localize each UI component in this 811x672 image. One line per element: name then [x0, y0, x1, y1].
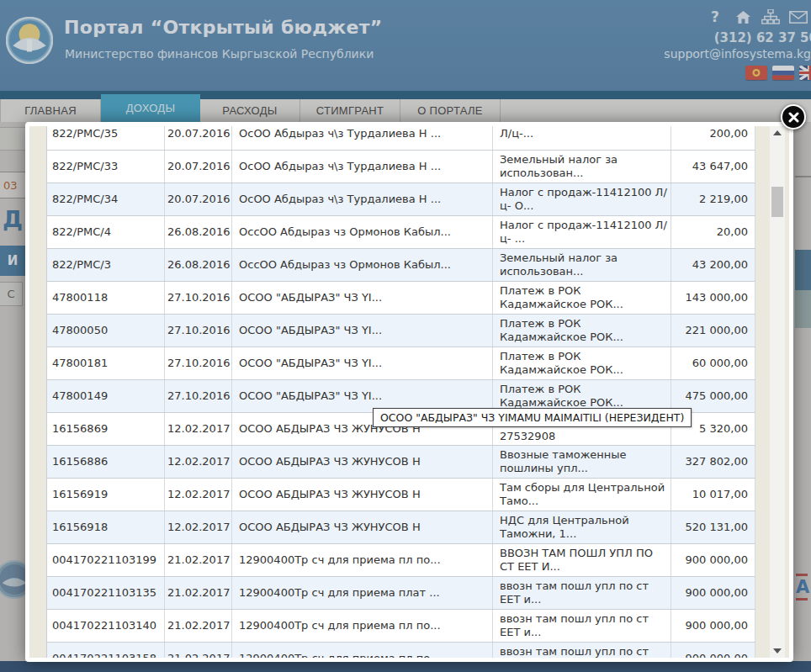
cell-doc-number: 47800149	[47, 380, 165, 412]
cell-doc-number: 47800050	[47, 315, 165, 347]
table-row[interactable]: 47800181 27.10.2016 ОСОО "АБДЫРАЗ" ЧЗ YI…	[47, 347, 755, 380]
cell-payer: 12900400Тр сч для приема плат ...	[232, 577, 493, 609]
cell-date: 12.02.2017	[165, 413, 232, 445]
cell-amount: 20,00	[671, 216, 755, 248]
cell-date: 12.02.2017	[165, 511, 232, 543]
cell-purpose: Налог с продаж-11412100 Л/ц- О...	[493, 183, 671, 215]
cell-amount: 10 017,00	[671, 479, 755, 511]
cell-amount: 200,00	[671, 126, 755, 150]
cell-doc-number: 822/РМС/4	[47, 216, 165, 248]
cell-date: 26.08.2016	[165, 249, 232, 281]
cell-purpose: Земельный налог за использован...	[493, 151, 671, 183]
cell-purpose: ввозн там пошл упл по ст ЕЕТ и...	[493, 643, 671, 658]
table-row[interactable]: 004170221103140 21.02.2017 12900400Тр сч…	[47, 610, 755, 643]
cell-date: 12.02.2017	[165, 446, 232, 478]
cell-date: 27.10.2016	[165, 315, 232, 347]
cell-date: 26.08.2016	[165, 216, 232, 248]
table-row[interactable]: 822/РМС/34 20.07.2016 ОсОО Абдыраз ч\з Т…	[47, 183, 755, 216]
table-row[interactable]: 822/РМС/33 20.07.2016 ОсОО Абдыраз ч\з Т…	[47, 151, 755, 183]
scroll-down-arrow[interactable]	[770, 644, 785, 658]
cell-amount: 2 219,00	[671, 183, 755, 215]
cell-date: 12.02.2017	[165, 479, 232, 511]
cell-date: 21.02.2017	[165, 544, 232, 576]
open-budget-portal-page: Портал “Открытый бюджет” Министерство фи…	[0, 0, 811, 672]
modal-scrollbar[interactable]	[770, 126, 785, 658]
table-row[interactable]: 004170221103135 21.02.2017 12900400Тр сч…	[47, 577, 755, 610]
table-row[interactable]: 822/РМС/3 26.08.2016 ОссОО Абдыраз чз Ор…	[47, 249, 755, 282]
cell-amount: 43 647,00	[671, 151, 755, 183]
cell-date: 21.02.2017	[165, 610, 232, 642]
modal-close-button[interactable]	[781, 104, 806, 130]
cell-purpose: Там сборы для Центральной Тамо...	[493, 479, 671, 511]
cell-purpose: Налог с продаж-11412100 Л/ц- ...	[493, 216, 671, 248]
table-row[interactable]: 16156919 12.02.2017 ОСОО АБДЫРАЗ ЧЗ ЖУНУ…	[47, 479, 755, 511]
cell-payer: 12900400Тр сч для приема пл по...	[232, 544, 493, 576]
cell-purpose: Земельный налог за использован...	[493, 249, 671, 281]
table-row[interactable]: 16156918 12.02.2017 ОСОО АБДЫРАЗ ЧЗ ЖУНУ…	[47, 511, 755, 544]
table-row[interactable]: 16156886 12.02.2017 ОСОО АБДЫРАЗ ЧЗ ЖУНУ…	[47, 446, 755, 479]
cell-doc-number: 47800118	[47, 282, 165, 314]
cell-amount: 221 000,00	[671, 315, 755, 347]
cell-amount: 327 802,00	[671, 446, 755, 478]
cell-amount: 43 200,00	[671, 249, 755, 281]
cell-doc-number: 004170221103158	[47, 643, 165, 658]
cell-payer: ОСОО "АБДЫРАЗ" ЧЗ YI...	[232, 282, 493, 314]
cell-payer: ОссОО Абдыраз чз Ормонов Кабыл...	[232, 249, 493, 281]
cell-date: 20.07.2016	[165, 183, 232, 215]
cell-purpose: ввозн там пошл упл по ст ЕЕТ и...	[493, 610, 671, 642]
scroll-thumb[interactable]	[771, 187, 783, 217]
cell-payer: ОсОО Абдыраз ч\з Турдалиева Н ...	[232, 151, 493, 183]
cell-doc-number: 822/РМС/34	[47, 183, 165, 215]
cell-payer: ОссОО Абдыраз чз Ормонов Кабыл...	[232, 216, 493, 248]
cell-doc-number: 004170221103199	[47, 544, 165, 576]
cell-doc-number: 16156886	[47, 446, 165, 478]
cell-payer: ОСОО "АБДЫРАЗ" ЧЗ YI...	[232, 347, 493, 379]
payments-table: 822/РМС/35 20.07.2016 ОсОО Абдыраз ч\з Т…	[46, 126, 755, 658]
cell-date: 27.10.2016	[165, 380, 232, 412]
cell-doc-number: 004170221103135	[47, 577, 165, 609]
cell-doc-number: 47800181	[47, 347, 165, 379]
cell-doc-number: 16156918	[47, 511, 165, 543]
cell-purpose: Платеж в РОК Кадамжайское РОК...	[493, 315, 671, 347]
cell-date: 20.07.2016	[165, 151, 232, 183]
cell-payer: ОСОО АБДЫРАЗ ЧЗ ЖУНУСОВ Н	[232, 511, 493, 543]
table-row[interactable]: 004170221103199 21.02.2017 12900400Тр сч…	[47, 544, 755, 577]
cell-amount: 900 000,00	[671, 643, 755, 658]
table-row[interactable]: 822/РМС/35 20.07.2016 ОсОО Абдыраз ч\з Т…	[47, 126, 755, 151]
cell-doc-number: 822/РМС/3	[47, 249, 165, 281]
cell-amount: 60 000,00	[671, 347, 755, 379]
cell-amount: 520 131,00	[671, 511, 755, 543]
payments-modal: 822/РМС/35 20.07.2016 ОсОО Абдыраз ч\з Т…	[25, 122, 793, 662]
cell-purpose: Платеж в РОК Кадамжайское РОК...	[493, 347, 671, 379]
cell-payer: ОСОО АБДЫРАЗ ЧЗ ЖУНУСОВ Н	[232, 446, 493, 478]
cell-payer: 12900400Тр сч для приема пл по...	[232, 643, 493, 658]
cell-date: 21.02.2017	[165, 577, 232, 609]
cell-amount: 900 000,00	[671, 577, 755, 609]
cell-payer: ОсОО Абдыраз ч\з Турдалиева Н ...	[232, 183, 493, 215]
cell-purpose: НДС для Центральной Таможни, 1...	[493, 511, 671, 543]
cell-date: 20.07.2016	[165, 126, 232, 150]
cell-amount: 143 000,00	[671, 282, 755, 314]
table-row[interactable]: 47800050 27.10.2016 ОСОО "АБДЫРАЗ" ЧЗ YI…	[47, 315, 755, 347]
table-row[interactable]: 822/РМС/4 26.08.2016 ОссОО Абдыраз чз Ор…	[47, 216, 755, 249]
table-row[interactable]: 004170221103158 21.02.2017 12900400Тр сч…	[47, 643, 755, 658]
cell-purpose: Платеж в РОК Кадамжайское РОК...	[493, 282, 671, 314]
payer-tooltip: ОСОО "АБДЫРАЗ" ЧЗ YIMAMU MAIMAITILI (НЕР…	[373, 408, 692, 427]
cell-doc-number: 16156919	[47, 479, 165, 511]
cell-date: 27.10.2016	[165, 282, 232, 314]
cell-payer: ОСОО АБДЫРАЗ ЧЗ ЖУНУСОВ Н	[232, 479, 493, 511]
close-icon	[788, 112, 799, 123]
cell-date: 27.10.2016	[165, 347, 232, 379]
scroll-up-arrow[interactable]	[770, 126, 785, 140]
cell-payer: ОСОО "АБДЫРАЗ" ЧЗ YI...	[232, 315, 493, 347]
cell-purpose: Ввозные таможенные пошлины упл...	[493, 446, 671, 478]
cell-date: 21.02.2017	[165, 643, 232, 658]
table-row[interactable]: 47800118 27.10.2016 ОСОО "АБДЫРАЗ" ЧЗ YI…	[47, 282, 755, 315]
cell-payer: 12900400Тр сч для приема пл по...	[232, 610, 493, 642]
cell-purpose: Л/ц-...	[493, 126, 671, 150]
cell-payer: ОсОО Абдыраз ч\з Турдалиева Н ...	[232, 126, 493, 150]
cell-doc-number: 004170221103140	[47, 610, 165, 642]
cell-amount: 900 000,00	[671, 544, 755, 576]
cell-purpose: ВВОЗН ТАМ ПОШЛ УПЛ ПО СТ ЕЕТ И...	[493, 544, 671, 576]
cell-doc-number: 16156869	[47, 413, 165, 445]
